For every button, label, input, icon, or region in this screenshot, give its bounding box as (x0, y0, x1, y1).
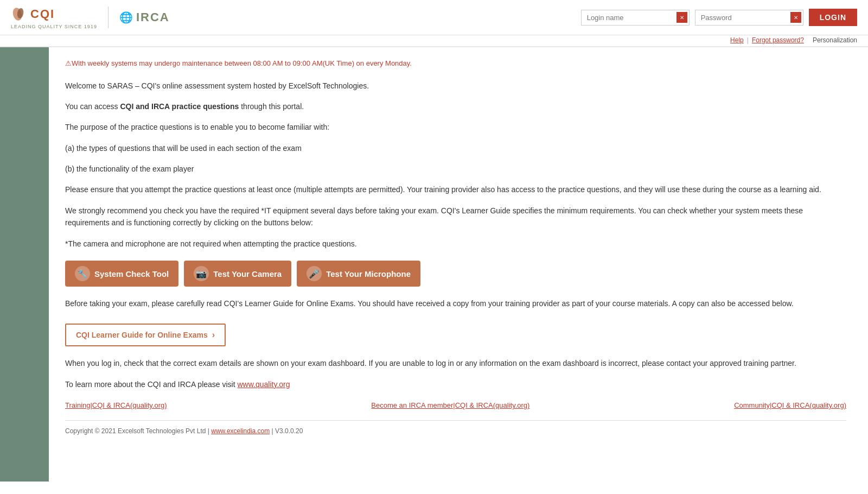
system-check-button[interactable]: 🔧 System Check Tool (65, 261, 178, 287)
header: CQI LEADING QUALITY SINCE 1919 🌐 IRCA ✕ … (0, 0, 868, 35)
quality-org-link[interactable]: www.quality.org (238, 380, 290, 389)
microphone-test-button[interactable]: 🎤 Test Your Microphone (297, 261, 420, 287)
login-name-clear-btn[interactable]: ✕ (676, 12, 687, 23)
cqi-logo: CQI LEADING QUALITY SINCE 1919 (11, 5, 97, 29)
para-4b: (b) the functionality of the exam player (65, 163, 846, 175)
footer-links: Training|CQI & IRCA(quality.org) Become … (65, 401, 846, 409)
logo-area: CQI LEADING QUALITY SINCE 1919 🌐 IRCA (11, 5, 170, 29)
requirements-para: We strongly recommend you check you have… (65, 205, 846, 229)
logo-divider (108, 7, 108, 28)
globe-icon: 🌐 (119, 11, 133, 24)
practice-questions-para: You can access CQI and IRCA practice que… (65, 100, 846, 112)
cqi-icon (11, 5, 28, 23)
attempts-para: Please ensure that you attempt the pract… (65, 183, 846, 195)
sidebar (0, 47, 49, 482)
camera-test-button[interactable]: 📷 Test Your Camera (184, 261, 291, 287)
subheader-row: Help | Forgot password? Personalization (0, 35, 868, 47)
copyright-text: Copyright © 2021 Excelsoft Technologies … (65, 427, 211, 435)
dashboard-para: When you log in, check that the correct … (65, 357, 846, 369)
learn-more-para: To learn more about the CQI and IRCA ple… (65, 378, 846, 390)
learner-guide-para: Before taking your exam, please carefull… (65, 297, 846, 309)
guide-btn-arrow-icon: › (212, 330, 215, 340)
para-4a: (a) the types of questions that will be … (65, 142, 846, 154)
microphone-icon: 🎤 (307, 266, 322, 281)
camera-test-label: Test Your Camera (213, 269, 282, 278)
cqi-tagline: LEADING QUALITY SINCE 1919 (11, 24, 97, 29)
irca-logo: 🌐 IRCA (119, 10, 170, 24)
login-name-wrapper: ✕ (581, 10, 690, 26)
microphone-test-label: Test Your Microphone (326, 269, 411, 278)
para2-end: through this portal. (239, 102, 304, 111)
copyright-version: | V3.0.0.20 (270, 427, 303, 435)
login-name-input[interactable] (581, 10, 690, 26)
learner-guide-button[interactable]: CQI Learner Guide for Online Exams › (65, 324, 226, 346)
purpose-para: The purpose of the practice questions is… (65, 121, 846, 133)
camera-note-para: *The camera and microphone are not requi… (65, 238, 846, 250)
irca-member-link[interactable]: Become an IRCA member|CQI & IRCA(quality… (371, 401, 529, 409)
cqi-text: CQI (30, 7, 55, 21)
login-button[interactable]: LOGIN (809, 9, 857, 26)
camera-icon: 📷 (194, 266, 209, 281)
para2-bold: CQI and IRCA practice questions (120, 102, 239, 111)
password-clear-btn[interactable]: ✕ (790, 12, 801, 23)
community-link[interactable]: Community|CQI & IRCA(quality.org) (734, 401, 846, 409)
intro-para: Welcome to SARAS – CQI's online assessme… (65, 80, 846, 92)
personalization-link[interactable]: Personalization (813, 36, 857, 44)
system-check-icon: 🔧 (75, 266, 90, 281)
training-link[interactable]: Training|CQI & IRCA(quality.org) (65, 401, 167, 409)
header-right: ✕ ✕ LOGIN (581, 9, 857, 26)
layout: ⚠With weekly systems may undergo mainten… (0, 47, 868, 482)
system-check-label: System Check Tool (94, 269, 169, 278)
links-separator: | (747, 36, 749, 44)
warning-banner: ⚠With weekly systems may undergo mainten… (65, 58, 846, 69)
para10-start: To learn more about the CQI and IRCA ple… (65, 380, 238, 389)
forgot-password-link[interactable]: Forgot password? (752, 36, 804, 44)
copyright: Copyright © 2021 Excelsoft Technologies … (65, 420, 846, 441)
warning-text: ⚠With weekly systems may undergo mainten… (65, 59, 412, 67)
guide-btn-label: CQI Learner Guide for Online Exams (76, 331, 208, 339)
action-buttons: 🔧 System Check Tool 📷 Test Your Camera 🎤… (65, 261, 846, 287)
help-link[interactable]: Help (730, 36, 744, 44)
password-wrapper: ✕ (695, 10, 803, 26)
para2-start: You can access (65, 102, 120, 111)
excelindia-link[interactable]: www.excelindia.com (211, 427, 270, 435)
irca-text: IRCA (136, 10, 170, 24)
main-content: ⚠With weekly systems may undergo mainten… (49, 47, 868, 482)
password-input[interactable] (695, 10, 803, 26)
